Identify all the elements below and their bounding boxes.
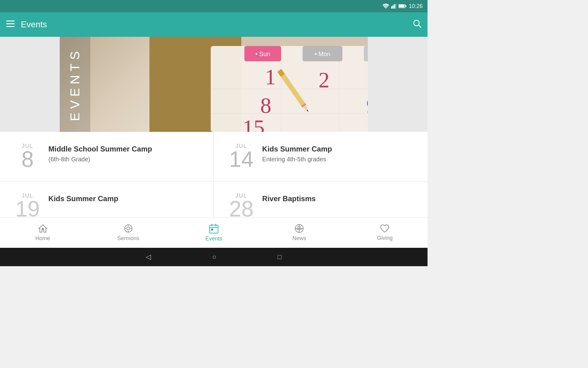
event-date: JUL 19 (15, 193, 40, 220)
event-subtitle: (6th-8th Grade) (48, 156, 152, 163)
android-nav: ◁ ○ □ (0, 248, 428, 266)
nav-item-sermons[interactable]: Sermons (85, 217, 171, 248)
event-date: JUL 8 (15, 143, 40, 170)
event-day: 14 (229, 148, 254, 170)
giving-icon (380, 224, 390, 233)
svg-text:15: 15 (243, 115, 265, 132)
svg-rect-21 (364, 46, 368, 61)
svg-rect-2 (393, 5, 394, 9)
event-day: 28 (229, 198, 254, 220)
svg-rect-7 (405, 5, 406, 7)
svg-point-40 (42, 228, 44, 230)
svg-rect-4 (395, 4, 396, 9)
android-back-btn[interactable]: ◁ (146, 253, 151, 261)
event-info: Kids Summer Camp (48, 193, 118, 205)
content-area: JUL 8 Middle School Summer Camp (6th-8th… (0, 132, 428, 229)
svg-text:• Sun: • Sun (255, 51, 270, 57)
news-icon (294, 224, 304, 233)
wifi-icon (383, 4, 389, 9)
event-info: Middle School Summer Camp (6th-8th Grade… (48, 143, 152, 163)
event-title: Kids Summer Camp (48, 194, 118, 203)
home-icon (38, 224, 48, 233)
event-title: Kids Summer Camp (262, 145, 332, 153)
svg-point-42 (127, 227, 130, 230)
svg-text:• Mon: • Mon (315, 51, 330, 57)
event-item[interactable]: JUL 14 Kids Summer Camp Entering 4th-5th… (214, 132, 428, 182)
nav-item-events[interactable]: Events (171, 217, 256, 248)
nav-label-events: Events (205, 236, 222, 242)
search-icon[interactable] (413, 19, 421, 30)
event-title: Middle School Summer Camp (48, 145, 152, 153)
event-info: Kids Summer Camp Entering 4th-5th grades (262, 143, 332, 163)
svg-rect-47 (209, 225, 218, 233)
svg-rect-8 (6, 21, 15, 21)
hero-vertical-text: EVENTS (60, 37, 90, 132)
event-title: River Baptisms (262, 194, 316, 203)
svg-line-12 (419, 25, 421, 28)
nav-label-sermons: Sermons (117, 235, 139, 242)
svg-point-11 (414, 20, 419, 26)
signal-icon (391, 4, 397, 9)
events-grid: JUL 8 Middle School Summer Camp (6th-8th… (0, 132, 428, 229)
app-bar-title: Events (21, 20, 413, 29)
nav-label-home: Home (36, 235, 50, 242)
svg-rect-10 (6, 26, 15, 27)
svg-rect-51 (211, 229, 213, 230)
sermons-icon (123, 224, 133, 233)
event-day: 19 (15, 198, 40, 220)
app-bar: Events (0, 12, 428, 37)
event-day: 8 (21, 148, 34, 170)
events-icon (209, 223, 219, 234)
svg-rect-1 (391, 6, 392, 9)
event-info: River Baptisms (262, 193, 316, 205)
event-date: JUL 28 (229, 193, 254, 220)
nav-item-news[interactable]: News (257, 217, 342, 248)
bottom-nav: Home Sermons Events (0, 217, 428, 248)
status-icons (383, 4, 406, 9)
svg-rect-6 (399, 5, 405, 7)
svg-text:2: 2 (318, 68, 330, 92)
nav-label-giving: Giving (377, 235, 393, 241)
svg-text:1: 1 (265, 65, 276, 89)
android-recent-btn[interactable]: □ (278, 253, 282, 261)
hero-image: • Sun • Mon • Tue 1 2 3 8 9 15 1 (60, 37, 368, 132)
svg-rect-3 (394, 4, 395, 9)
menu-icon[interactable] (6, 20, 15, 29)
nav-label-news: News (292, 235, 306, 242)
event-item[interactable]: JUL 8 Middle School Summer Camp (6th-8th… (0, 132, 214, 182)
event-subtitle: Entering 4th-5th grades (262, 156, 332, 163)
svg-point-0 (385, 8, 386, 9)
battery-icon (398, 4, 406, 8)
svg-rect-9 (6, 23, 15, 24)
svg-text:8: 8 (260, 93, 271, 118)
hero-area: EVENTS • Sun • Mon • Tue (0, 37, 428, 132)
nav-item-giving[interactable]: Giving (342, 217, 428, 248)
status-time: 10:26 (409, 3, 423, 10)
event-date: JUL 14 (229, 143, 254, 170)
status-bar: 10:26 (0, 0, 428, 12)
android-home-btn[interactable]: ○ (212, 253, 216, 261)
svg-text:9: 9 (366, 94, 368, 118)
nav-item-home[interactable]: Home (0, 217, 85, 248)
